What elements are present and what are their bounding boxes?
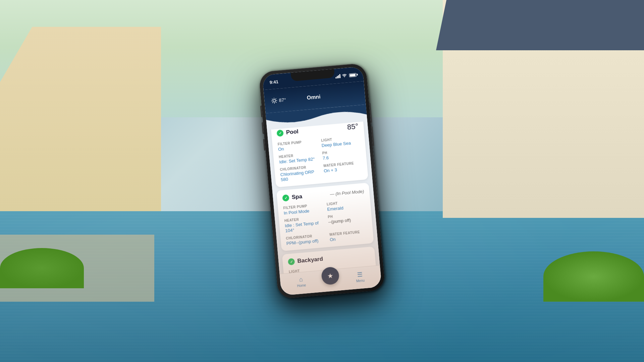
pool-filter-pump: FILTER PUMP On (277, 139, 316, 152)
pool-name: Pool (286, 128, 299, 136)
pool-chlorinator: CHLORINATOR Chlorinating ORP 580 (280, 165, 319, 182)
spa-chlorinator: CHLORINATOR PPM--(pump off) (286, 233, 325, 246)
pool-title-row: Pool (276, 128, 299, 137)
nav-home[interactable]: ⌂ Home (280, 274, 322, 289)
spa-filter-pump: FILTER PUMP In Pool Mode (283, 203, 322, 216)
pool-light: LIGHT Deep Blue Sea (321, 135, 360, 148)
header-weather: 87° (271, 97, 286, 104)
backyard-title-row: Backyard (288, 256, 323, 265)
spa-ph: PH --(pump off) (328, 212, 367, 230)
house-left (0, 27, 161, 211)
star-icon: ★ (327, 272, 334, 280)
pool-heater: HEATER Idle: Set Temp 82° (279, 152, 318, 165)
weather-temp: 87° (279, 97, 286, 103)
svg-line-8 (275, 99, 276, 99)
menu-label: Menu (356, 279, 365, 283)
signal-icon (335, 74, 340, 78)
signal-bar-2 (337, 76, 338, 78)
spa-mode: — (In Pool Mode) (330, 189, 364, 197)
signal-bar-4 (339, 74, 340, 78)
backyard-card-header: Backyard (288, 252, 370, 265)
nav-menu[interactable]: ☰ Menu (339, 269, 381, 284)
backyard-status-dot (288, 258, 295, 265)
sun-icon (271, 98, 278, 104)
phone-outer: 9:41 (259, 63, 385, 299)
spa-light: LIGHT Emerald (327, 199, 366, 212)
spa-status-dot (282, 194, 289, 202)
home-icon: ⌂ (299, 276, 303, 283)
spa-stats: FILTER PUMP In Pool Mode LIGHT Emerald H… (283, 199, 368, 246)
phone-screen: 9:41 (262, 66, 382, 296)
home-label: Home (297, 283, 306, 288)
spa-card-header: Spa — (In Pool Mode) (282, 188, 364, 201)
spa-water-feature: WATER FEATURE On (329, 230, 368, 242)
spa-name: Spa (291, 193, 303, 201)
pool-status-dot (276, 130, 284, 137)
pool-ph: PH 7.6 (322, 148, 361, 161)
signal-bar-1 (335, 77, 336, 78)
svg-line-7 (272, 102, 273, 103)
menu-icon: ☰ (357, 270, 363, 278)
svg-line-5 (272, 99, 273, 100)
spa-card[interactable]: Spa — (In Pool Mode) FILTER PUMP In Pool… (276, 183, 374, 251)
svg-point-0 (273, 99, 276, 102)
status-icons (335, 72, 357, 78)
status-time: 9:41 (269, 78, 278, 85)
wifi-icon (342, 73, 347, 78)
pool-water-feature: WATER FEATURE On + 3 (323, 161, 363, 179)
battery-icon (349, 73, 357, 77)
roof-right (436, 0, 644, 50)
phone-device: 9:41 (259, 63, 385, 299)
content-area[interactable]: Pool 85° FILTER PUMP On LIGHT Deep Blue … (266, 113, 380, 274)
spa-title-row: Spa (282, 193, 303, 201)
svg-line-6 (276, 102, 276, 103)
pool-stats: FILTER PUMP On LIGHT Deep Blue Sea HEATE… (277, 135, 362, 182)
pool-temp: 85° (347, 122, 359, 132)
bushes-left (0, 248, 84, 288)
backyard-name: Backyard (297, 256, 323, 265)
battery-fill (350, 74, 356, 76)
app-title: Omni (286, 92, 342, 103)
bushes-right (543, 251, 644, 302)
spa-heater: HEATER Idle : Set Temp of 104° (284, 216, 323, 233)
